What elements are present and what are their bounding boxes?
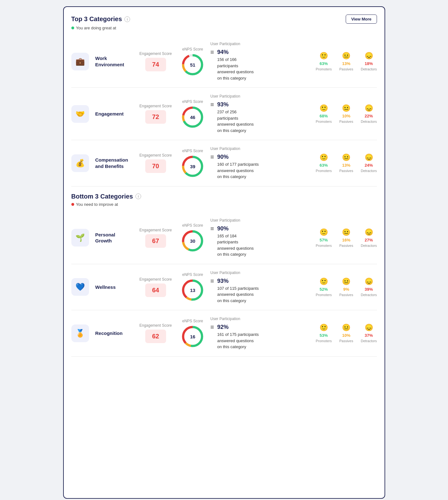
engagement-score-block: Engagement Score 67 — [140, 228, 172, 248]
top-subtitle: You are doing great at — [71, 26, 377, 30]
promoters-icon: 🙂 — [320, 277, 328, 286]
participation-text: 94% 156 of 166participantsanswered quest… — [217, 48, 254, 81]
passives-label: Passives — [339, 293, 353, 297]
category-name: Engagement — [95, 111, 133, 117]
participation-block: User Participation ≡ 94% 156 of 166parti… — [210, 42, 309, 81]
category-row: 💼 WorkEnvironment Engagement Score 74 eN… — [71, 35, 377, 88]
detractors-pct: 22% — [365, 114, 373, 118]
promoters-label: Promoters — [316, 293, 332, 297]
engagement-score-value: 74 — [145, 58, 166, 71]
passives-label: Passives — [339, 244, 353, 247]
promoters-pct: 57% — [320, 238, 328, 242]
sentiments-group: 🙂 52% Promoters 😐 9% Passives 😞 39% Detr… — [316, 277, 377, 297]
red-dot-icon — [71, 203, 74, 206]
promoters-icon: 🙂 — [320, 104, 328, 112]
participation-block: User Participation ≡ 93% 237 of 256parti… — [210, 94, 309, 134]
passives-label: Passives — [339, 169, 353, 173]
passives-icon: 😐 — [342, 153, 350, 162]
promoters-pct: 68% — [320, 114, 328, 118]
enps-score-value: 51 — [190, 62, 195, 67]
passives-pct: 13% — [342, 61, 350, 66]
promoters-icon: 🙂 — [320, 52, 328, 60]
category-icon-wrap: 💙 — [71, 278, 89, 296]
enps-donut-chart: 16 — [181, 325, 204, 348]
participation-content: ≡ 90% 160 of 177 participantsanswered qu… — [210, 153, 309, 180]
passives-label: Passives — [339, 339, 353, 343]
score-group: Engagement Score 64 eNPS Score 13 — [140, 272, 204, 301]
promoters-pct: 52% — [320, 287, 328, 292]
category-icon-wrap: 🏅 — [71, 324, 89, 342]
view-more-button[interactable]: View More — [346, 15, 377, 24]
promoters-item: 🙂 63% Promoters — [316, 52, 332, 71]
top-categories-list: 💼 WorkEnvironment Engagement Score 74 eN… — [71, 35, 377, 187]
detractors-pct: 18% — [365, 61, 373, 66]
bottom-info-icon[interactable]: i — [135, 193, 141, 199]
enps-score-value: 16 — [190, 334, 195, 339]
participation-detail: 165 of 184participantsanswered questions… — [217, 233, 254, 258]
passives-item: 😐 16% Passives — [339, 228, 353, 247]
participation-label: User Participation — [210, 42, 309, 46]
sentiments-group: 🙂 63% Promoters 😐 13% Passives 😞 24% Det… — [316, 153, 377, 173]
passives-pct: 9% — [343, 287, 349, 292]
detractors-label: Detractors — [361, 67, 377, 71]
sentiments-group: 🙂 57% Promoters 😐 16% Passives 😞 27% Det… — [316, 228, 377, 247]
engagement-score-label: Engagement Score — [140, 51, 172, 56]
promoters-label: Promoters — [316, 169, 332, 173]
participation-percentage: 90% — [217, 153, 259, 161]
participation-detail: 160 of 177 participantsanswered question… — [217, 161, 259, 180]
category-icon: 🌱 — [75, 233, 85, 242]
participation-block: User Participation ≡ 92% 161 of 175 part… — [210, 317, 309, 350]
menu-icon: ≡ — [210, 324, 214, 331]
info-icon[interactable]: i — [124, 16, 130, 22]
detractors-label: Detractors — [361, 339, 377, 343]
participation-block: User Participation ≡ 90% 160 of 177 part… — [210, 146, 309, 180]
enps-score-block: eNPS Score 46 — [181, 99, 204, 128]
participation-detail: 161 of 175 participantsanswered question… — [217, 331, 259, 350]
participation-percentage: 90% — [217, 224, 254, 233]
score-group: Engagement Score 67 eNPS Score 30 — [140, 223, 204, 252]
detractors-item: 😞 18% Detractors — [361, 52, 377, 71]
enps-score-value: 46 — [190, 114, 195, 120]
participation-detail: 156 of 166participantsanswered questions… — [217, 57, 254, 81]
detractors-pct: 39% — [365, 287, 373, 292]
category-row: 💰 Compensationand Benefits Engagement Sc… — [71, 140, 377, 187]
engagement-score-value: 72 — [145, 110, 166, 124]
enps-score-label: eNPS Score — [182, 223, 203, 228]
participation-percentage: 94% — [217, 48, 254, 57]
engagement-score-value: 67 — [145, 234, 166, 248]
enps-score-label: eNPS Score — [182, 99, 203, 104]
enps-score-block: eNPS Score 13 — [181, 272, 204, 301]
promoters-item: 🙂 68% Promoters — [316, 104, 332, 123]
participation-percentage: 92% — [217, 323, 259, 331]
bottom-section-header: Bottom 3 Categories i — [71, 193, 377, 200]
promoters-icon: 🙂 — [320, 324, 328, 332]
sentiments-group: 🙂 68% Promoters 😐 10% Passives 😞 22% Det… — [316, 104, 377, 123]
category-icon: 💼 — [75, 57, 85, 66]
category-row: 🤝 Engagement Engagement Score 72 eNPS Sc… — [71, 88, 377, 140]
category-name: PersonalGrowth — [95, 232, 133, 244]
category-name: Compensationand Benefits — [95, 157, 133, 169]
passives-icon: 😐 — [342, 324, 350, 332]
menu-icon: ≡ — [210, 225, 214, 232]
enps-score-block: eNPS Score 30 — [181, 223, 204, 252]
participation-text: 93% 237 of 256participantsanswered quest… — [217, 100, 254, 134]
category-name: Wellness — [95, 284, 133, 290]
category-icon: 💙 — [75, 283, 85, 291]
engagement-score-block: Engagement Score 74 — [140, 51, 172, 71]
menu-icon: ≡ — [210, 49, 214, 56]
passives-pct: 16% — [342, 238, 350, 242]
participation-text: 90% 160 of 177 participantsanswered ques… — [217, 153, 259, 180]
promoters-icon: 🙂 — [320, 228, 328, 236]
passives-pct: 10% — [342, 333, 350, 338]
enps-donut-chart: 39 — [181, 155, 204, 178]
enps-score-block: eNPS Score 39 — [181, 149, 204, 178]
score-group: Engagement Score 62 eNPS Score 16 — [140, 319, 204, 348]
passives-label: Passives — [339, 67, 353, 71]
detractors-pct: 37% — [365, 333, 373, 338]
detractors-item: 😞 39% Detractors — [361, 277, 377, 297]
detractors-icon: 😞 — [365, 277, 373, 286]
detractors-icon: 😞 — [365, 228, 373, 236]
bottom-subtitle: You need to improve at — [71, 202, 377, 207]
engagement-score-value: 62 — [145, 330, 166, 343]
enps-donut-chart: 51 — [181, 53, 204, 76]
